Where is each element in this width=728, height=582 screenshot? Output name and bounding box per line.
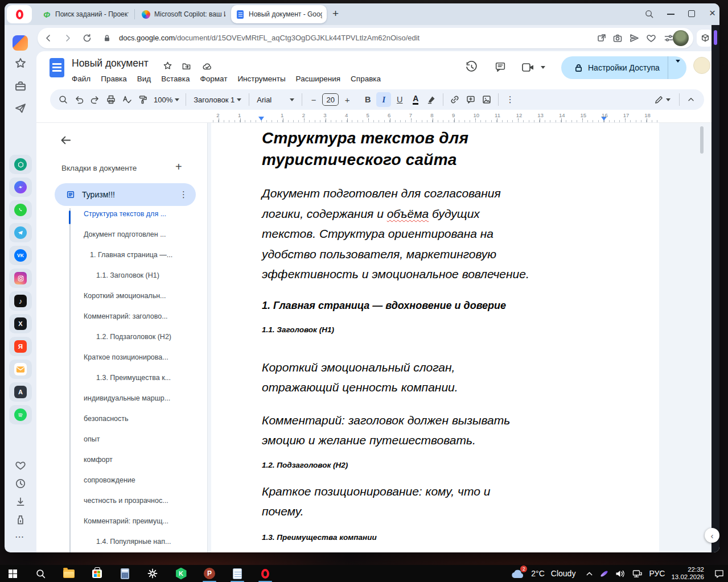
google-docs-logo-icon[interactable] [50,58,64,77]
weather-icon[interactable]: 2 [510,568,525,579]
document-scrollbar[interactable] [700,126,704,154]
whatsapp-sidebar-item[interactable] [9,200,32,220]
spell-check-button[interactable] [120,92,134,107]
outline-item[interactable]: 1. Главная страница —... [43,245,208,265]
start-button[interactable] [5,567,20,580]
doc-heading-1[interactable]: Структура текстов для туристического сай… [262,127,607,171]
outline-item[interactable]: 1.4. Популярные нап... [43,531,208,552]
doc-heading-2[interactable]: 1. Главная страница — вдохновение и дове… [262,298,607,313]
microsoft-store-icon[interactable] [89,567,105,580]
doc-paragraph-intro[interactable]: Документ подготовлен для согласования ло… [262,183,607,284]
menu-help[interactable]: Справка [351,75,381,83]
indent-marker-left[interactable] [258,117,264,121]
edit-page-icon[interactable] [597,33,607,43]
outline-item[interactable]: 1.3. Преимущества к... [43,368,208,388]
send-to-device-icon[interactable] [629,33,639,43]
outline-item[interactable]: Документ подготовлен ... [43,224,208,245]
profile-avatar[interactable] [673,30,689,46]
redo-button[interactable] [88,92,102,107]
underline-button[interactable]: U [392,92,407,107]
tab-options-icon[interactable]: ⋮ [179,189,188,200]
browser-tab-docs-active[interactable]: Новый документ - Google [231,5,327,23]
account-avatar[interactable] [693,57,710,74]
yandex-sidebar-item[interactable]: Я [9,337,32,356]
flashlight-icon[interactable] [15,514,26,526]
italic-button[interactable]: I [376,92,391,107]
address-bar[interactable]: docs.google.com/document/d/15OVEvMRtFL_a… [38,28,693,48]
new-tab-button[interactable]: + [332,7,339,20]
close-panel-back-icon[interactable] [60,134,72,146]
volume-icon[interactable] [615,569,626,579]
tab-search-button[interactable] [644,9,654,19]
back-button[interactable] [43,33,54,43]
video-call-dropdown-caret[interactable] [541,66,545,69]
document-page[interactable]: Структура текстов для туристического сай… [211,123,659,552]
menu-format[interactable]: Формат [200,75,227,83]
doc-paragraph-positioning[interactable]: Краткое позиционирование: кому, что и по… [262,481,607,522]
forward-button[interactable] [63,33,73,43]
text-color-button[interactable]: A [408,92,423,107]
highlight-color-button[interactable] [424,92,439,107]
menu-edit[interactable]: Правка [101,75,127,83]
tray-temperature[interactable]: 2°C [531,569,545,578]
menu-insert[interactable]: Вставка [161,75,190,83]
tray-clock[interactable]: 22:32 13.02.2026 [671,566,704,581]
calculator-icon[interactable] [117,567,133,580]
menu-file[interactable]: Файл [72,75,91,83]
video-call-icon[interactable] [521,62,535,73]
share-button[interactable]: Настройки Доступа [561,56,686,79]
undo-button[interactable] [72,92,87,107]
toolbar-search-icon[interactable] [56,92,71,107]
minimize-button[interactable] [667,9,674,15]
doc-paragraph-comment[interactable]: Комментарий: заголовок должен вызывать э… [262,410,607,451]
workspaces-briefcase-icon[interactable] [14,80,27,92]
misspelled-word[interactable]: объёма [387,207,429,220]
decrease-font-size-button[interactable]: − [306,92,321,107]
share-dropdown-caret[interactable] [676,63,680,73]
tiktok-sidebar-item[interactable]: ♪ [9,291,32,311]
paragraph-styles-select[interactable]: Заголовок 1 [190,92,245,107]
tray-expand-chevron-icon[interactable] [585,569,594,578]
insert-link-button[interactable] [447,92,462,107]
instagram-sidebar-item[interactable] [9,269,32,288]
close-button[interactable]: × [709,8,715,19]
cloud-save-status-icon[interactable] [202,61,212,72]
site-security-lock-icon[interactable] [102,34,112,43]
settings-gear-icon[interactable] [145,567,161,580]
history-clock-icon[interactable] [15,478,26,489]
font-size-input[interactable]: 20 [322,93,339,106]
browser-tab-copilot[interactable]: Microsoft Copilot: ваш ИИ [137,3,230,25]
mail-sidebar-item[interactable] [9,360,32,379]
outline-item[interactable]: безопасность [43,408,208,429]
psiphon-icon[interactable]: P [201,567,217,580]
sidebar-more-icon[interactable]: ⋯ [15,531,24,542]
doc-paragraph-slogan[interactable]: Короткий эмоциональный слоган, отражающи… [262,357,607,398]
translator-sidebar-item[interactable]: A [9,382,32,402]
downloads-icon[interactable] [15,496,26,507]
browser-tab-freelance[interactable]: Ф Поиск заданий - Проекты [38,3,133,25]
outline-item[interactable]: индивидуальные маршр... [43,388,208,408]
outline-item[interactable]: комфорт [43,449,208,470]
sidebar-expand-button[interactable]: ‹ [705,528,719,543]
menu-view[interactable]: Вид [137,75,151,83]
snapshot-camera-icon[interactable] [612,33,623,43]
increase-font-size-button[interactable]: + [340,92,355,107]
sidebar-highlight-indicator[interactable] [714,30,717,45]
easy-files-plane-icon[interactable] [14,102,27,114]
chatgpt-sidebar-item[interactable] [9,155,32,174]
zoom-select[interactable]: 100% [151,92,182,107]
add-tab-button[interactable]: + [175,160,182,174]
move-to-folder-icon[interactable] [182,61,191,71]
bold-button[interactable]: B [360,92,375,107]
outline-item[interactable]: 1.1. Заголовок (H1) [43,265,208,286]
workspace-home-icon[interactable] [13,35,28,51]
notification-center-icon[interactable] [714,569,725,579]
outline-item[interactable]: Структура текстов для ... [43,204,208,224]
doc-heading-3-2[interactable]: 1.2. Подзаголовок (H2) [262,460,607,471]
likes-heart-icon[interactable] [15,460,26,471]
tray-language[interactable]: РУС [649,569,665,578]
taskbar-search-icon[interactable] [32,567,48,580]
outline-item[interactable]: опыт [43,429,208,449]
maximize-button[interactable] [688,9,695,17]
document-tab-tourism[interactable]: Туризм!!! ⋮ [55,183,196,206]
